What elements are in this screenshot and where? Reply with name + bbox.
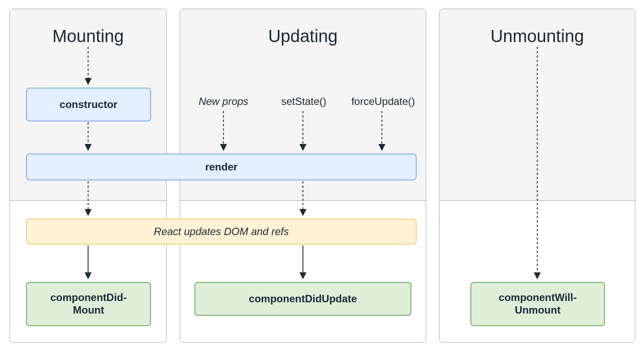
lifecycle-diagram: Mounting Updating Unmounting constructor… bbox=[0, 0, 644, 360]
trigger-setstate: setState() bbox=[278, 95, 330, 108]
node-constructor-label: constructor bbox=[59, 98, 117, 111]
node-constructor: constructor bbox=[26, 88, 151, 121]
node-componentdidmount: componentDid- Mount bbox=[26, 282, 151, 326]
node-componentdidupdate-label: componentDidUpdate bbox=[249, 293, 357, 305]
phase-updating-title: Updating bbox=[180, 26, 426, 46]
phase-mounting-title: Mounting bbox=[10, 26, 166, 46]
node-componentdidmount-label: componentDid- Mount bbox=[50, 291, 127, 317]
node-react-updates-label: React updates DOM and refs bbox=[154, 226, 289, 238]
node-render: render bbox=[26, 154, 417, 180]
node-render-label: render bbox=[205, 161, 238, 173]
phase-unmounting-title: Unmounting bbox=[440, 26, 635, 46]
trigger-newprops: New props bbox=[197, 95, 250, 108]
node-componentwillunmount: componentWill- Unmount bbox=[470, 282, 605, 326]
node-react-updates: React updates DOM and refs bbox=[26, 219, 417, 245]
node-componentdidupdate: componentDidUpdate bbox=[194, 282, 411, 316]
node-componentwillunmount-label: componentWill- Unmount bbox=[499, 291, 577, 317]
trigger-forceupdate: forceUpdate() bbox=[348, 95, 418, 108]
